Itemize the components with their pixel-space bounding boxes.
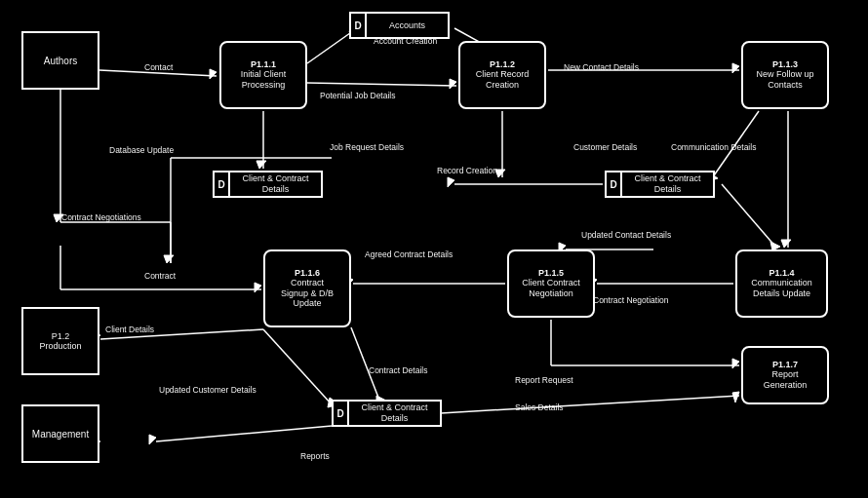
svg-marker-29 [781, 240, 791, 248]
label-updated-customer: Updated Customer Details [159, 385, 256, 395]
svg-line-36 [722, 184, 776, 248]
production-label: P1.2 Production [39, 331, 81, 351]
svg-marker-7 [450, 79, 456, 89]
label-potential-job: Potential Job Details [320, 91, 396, 100]
authors-label: Authors [44, 56, 77, 66]
process-p1-1-4: P1.1.4 CommunicationDetails Update [735, 249, 828, 318]
label-agreed-contract: Agreed Contract Details [365, 249, 453, 259]
label-record-creation: Record Creation [437, 166, 497, 175]
label-contract-details: Contract Details [369, 365, 427, 375]
process-p1-1-1: P1.1.1 Initial ClientProcessing [219, 41, 307, 109]
label-contact: Contact [144, 62, 173, 72]
svg-marker-46 [732, 392, 739, 402]
process-p1-1-5: P1.1.5 Client ContractNegotiation [507, 249, 595, 318]
svg-marker-25 [255, 283, 261, 292]
diagram: Authors P1.2 Production Management P1.1.… [0, 0, 868, 498]
svg-marker-48 [149, 435, 156, 444]
external-management: Management [21, 404, 99, 463]
datastore-client3: D Client & ContractDetails [332, 400, 442, 427]
process-p1-1-7: P1.1.7 ReportGeneration [741, 346, 829, 404]
label-database-update: Database Update [109, 145, 174, 155]
management-label: Management [32, 429, 89, 440]
label-communication-details: Communication Details [671, 142, 756, 152]
label-contract: Contract [144, 271, 176, 281]
label-updated-contact: Updated Contact Details [581, 230, 671, 240]
datastore-client2: D Client & ContractDetails [605, 171, 715, 198]
label-job-request: Job Request Details [330, 142, 404, 152]
svg-marker-18 [164, 255, 174, 263]
external-authors: Authors [21, 31, 99, 90]
label-report-request: Report Request [515, 375, 573, 385]
label-contract-negotiation: Contract Negotiation [593, 295, 669, 305]
svg-marker-1 [210, 69, 217, 79]
label-reports: Reports [300, 451, 330, 461]
process-p1-1-2: P1.1.2 Client RecordCreation [458, 41, 546, 109]
svg-marker-15 [256, 161, 266, 169]
svg-line-6 [307, 83, 456, 86]
datastore-accounts: D Accounts [349, 12, 450, 39]
svg-marker-9 [732, 63, 739, 73]
svg-line-47 [156, 426, 332, 441]
process-p1-1-3: P1.1.3 New Follow upContacts [741, 41, 829, 109]
process-p1-1-6: P1.1.6 ContractSignup & D/BUpdate [263, 249, 351, 327]
label-contract-negotiations: Contract Negotiations [61, 212, 141, 222]
label-account-creation: Account Creation [374, 36, 437, 46]
svg-line-45 [441, 396, 739, 413]
svg-marker-44 [732, 359, 739, 368]
svg-marker-20 [448, 177, 454, 187]
svg-line-40 [263, 329, 332, 404]
label-sales-details: Sales Details [515, 402, 564, 412]
label-new-contact: New Contact Details [564, 62, 639, 72]
label-customer-details: Customer Details [573, 142, 637, 152]
label-client-details: Client Details [105, 325, 154, 334]
datastore-client1: D Client & ContractDetails [213, 171, 323, 198]
external-production: P1.2 Production [21, 307, 99, 375]
